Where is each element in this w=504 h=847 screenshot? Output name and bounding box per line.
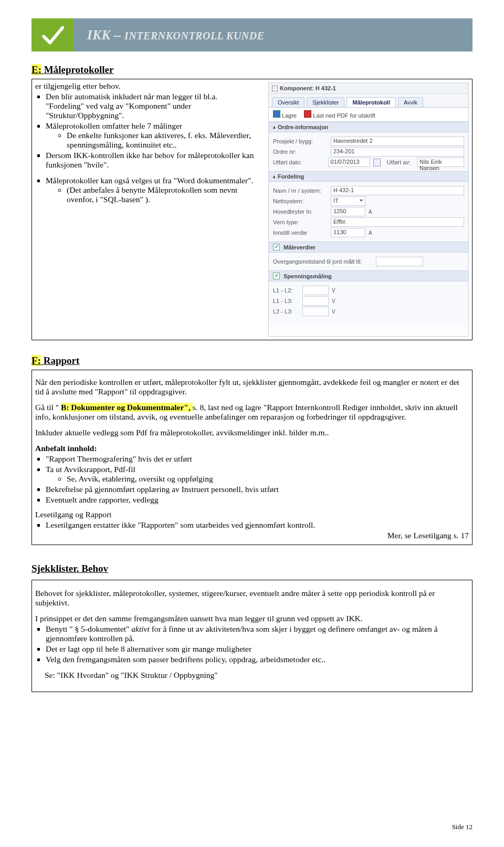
hovedbryter-unit: A [369, 209, 372, 215]
app-toolbar: Lagre Last ned PDF for utskrift [269, 107, 468, 122]
utfortav-input[interactable]: Nils Eirik Nansen [417, 158, 464, 167]
calendar-icon[interactable] [373, 159, 381, 166]
section-maleverdier-header[interactable]: ✓ Måleverdier [269, 242, 468, 253]
tab-oversikt[interactable]: Oversikt [272, 97, 304, 107]
section-spenning-header[interactable]: ✓ Spenningsmåling [269, 270, 468, 281]
list-item: Måleprotokoller kan også velges ut fra "… [46, 176, 257, 204]
verntype-input[interactable]: Effbr. [331, 217, 464, 227]
sjekk-p2: I prinsippet er det den samme fremgangsm… [35, 614, 469, 623]
section-e-list2: Måleprotokoller kan også velges ut fra "… [46, 176, 257, 204]
sjekk-p1: Behovet for sjekklister, måleprotokoller… [35, 589, 469, 608]
section-maleverdier: Overgangsmotstand til jord målt til: [269, 253, 468, 270]
section-f-heading: F: Rapport [32, 355, 472, 367]
sub-item: De enkelte funksjoner kan aktiveres, f. … [67, 131, 257, 150]
section-ordre: Prosjekt / bygg: Havnestredet 2 Ordre nr… [269, 132, 468, 171]
checkmark-icon [32, 18, 74, 51]
sjekklister-box: Behovet for sjekklister, måleprotokoller… [32, 580, 472, 692]
list-item: Det er lagt opp til hele 8 alternativer … [46, 644, 469, 654]
banner: IKK – internkontroll kunde [32, 18, 472, 51]
pdf-label: Last ned PDF for utskrift [313, 112, 375, 119]
sjekk-b1-em: aktivt [131, 624, 149, 633]
list-item: Lesetilgangen erstatter ikke "Rapporten"… [46, 520, 469, 530]
ordrenr-input[interactable]: 234-201 [331, 147, 464, 156]
utfortdato-input[interactable]: 01/07/2013 [328, 158, 370, 167]
spenning-checkbox[interactable]: ✓ [273, 273, 280, 279]
tab-maleprotokoll[interactable]: Måleprotokoll [346, 97, 396, 107]
overgang-label: Overgangsmotstand til jord målt til: [273, 258, 373, 265]
chevron-up-icon: ▴ [273, 124, 276, 130]
list-item: Eventuelt andre rapporter, vedlegg [46, 495, 469, 505]
section-fordeling-label: Fordeling [278, 173, 304, 180]
section-e-left: er tilgjengelig etter behov. Den blir au… [33, 80, 260, 339]
banner-prefix: IKK – [87, 28, 124, 42]
disk-icon [273, 110, 280, 118]
section-e-intro: er tilgjengelig etter behov. [35, 81, 257, 91]
l2l3-input[interactable] [302, 307, 329, 316]
tabs: Oversikt Sjekklister Måleprotokoll Avvik [269, 94, 468, 107]
pdf-icon [304, 110, 311, 118]
prosjekt-label: Prosjekt / bygg: [273, 138, 328, 144]
nettsystem-select[interactable]: IT [331, 196, 365, 206]
prosjekt-input[interactable]: Havnestredet 2 [331, 137, 464, 146]
lesetilgang-list: Lesetilgangen erstatter ikke "Rapporten"… [46, 520, 469, 530]
utfortdato-label: Utført dato: [273, 159, 325, 165]
section-e-heading: E: Måleprotokoller [32, 64, 472, 76]
anbefalt-heading: Anbefalt innhold: [35, 444, 469, 453]
section-fordeling-header[interactable]: ▴ Fordeling [269, 171, 468, 182]
l1l3-input[interactable] [302, 296, 329, 306]
f-p2-pre: Gå til " [35, 403, 61, 412]
section-f-letter: F: [32, 355, 41, 366]
hovedbryter-input[interactable]: 1250 [331, 207, 365, 216]
section-ordre-label: Ordre-informasjon [278, 124, 329, 130]
verntype-label: Vern type: [273, 219, 328, 225]
fade [269, 320, 468, 336]
sub-item: Se, Avvik, etablering, oversikt og oppfø… [67, 474, 469, 484]
section-spenning: L1 - L2: V L1 - L3: V L2 - L3: V [269, 281, 468, 320]
overgang-input[interactable] [376, 257, 423, 266]
sjekk-list: Benytt " § 5-dokumentet" aktivt for å fi… [46, 624, 469, 664]
section-f-box: Når den periodiske kontrollen er utført,… [32, 370, 472, 545]
l1l2-input[interactable] [302, 286, 329, 295]
anbefalt-list: "Rapport Thermografering" hvis det er ut… [46, 454, 469, 505]
list-item: Benytt " § 5-dokumentet" aktivt for å fi… [46, 624, 469, 643]
download-pdf-button[interactable]: Last ned PDF for utskrift [304, 110, 375, 119]
list-item-text: Måleprotokollen omfatter hele 7 målinger [46, 121, 182, 130]
list-item: Måleprotokollen omfatter hele 7 målinger… [46, 121, 257, 150]
sjekk-se: Se: "IKK Hvordan" og "IKK Struktur / Opp… [35, 671, 469, 680]
l1l2-label: L1 - L2: [273, 287, 299, 294]
tab-sjekklister[interactable]: Sjekklister [307, 97, 344, 107]
section-e-right: − Komponent: H 432-1 Oversikt Sjekkliste… [266, 80, 471, 339]
section-maleverdier-label: Måleverdier [284, 244, 316, 250]
list-item: Den blir automatisk inkludert når man le… [46, 92, 257, 120]
tab-avvik[interactable]: Avvik [398, 97, 423, 107]
maleverdier-checkbox[interactable]: ✓ [273, 244, 280, 250]
utfortav-label: Utført av: [387, 159, 414, 165]
sjekk-b1-pre: Benytt " § 5-dokumentet" [46, 624, 131, 633]
anbefalt-heading-text: Anbefalt innhold: [35, 444, 97, 453]
navn-input[interactable]: H 432-1 [331, 186, 464, 195]
save-button[interactable]: Lagre [273, 110, 297, 119]
section-e-text: Måleprotokoller [44, 64, 114, 75]
hovedbryter-label: Hovedbryter In: [273, 208, 328, 215]
innstilt-unit: A [369, 230, 372, 236]
app-panel: − Komponent: H 432-1 Oversikt Sjekkliste… [268, 82, 469, 337]
app-header: − Komponent: H 432-1 [269, 83, 468, 94]
l1l3-unit: V [332, 298, 335, 304]
component-label: Komponent: H 432-1 [280, 85, 336, 91]
lesetilgang-heading: Lesetilgang og Rapport [35, 510, 469, 519]
collapse-icon[interactable]: − [272, 86, 278, 91]
l2l3-unit: V [332, 309, 335, 315]
section-f-text: Rapport [44, 355, 80, 366]
innstilt-input[interactable]: 1130 [331, 228, 365, 237]
innstilt-label: Innstilt verdie [273, 229, 328, 236]
list-item: Velg den fremgangsmåten som passer bedri… [46, 655, 469, 664]
sjekklister-heading: Sjekklister. Behov [32, 563, 472, 574]
l1l2-unit: V [332, 288, 335, 294]
f-p3: Inkluder aktuelle vedlegg som Pdf fra må… [35, 428, 469, 437]
list-item: "Rapport Thermografering" hvis det er ut… [46, 454, 469, 464]
section-fordeling: Navn / nr / system: H 432-1 Nettsystem: … [269, 182, 468, 242]
list-item: Ta ut Avviksrapport, Pdf-fil Se, Avvik, … [46, 465, 469, 484]
chevron-up-icon: ▴ [273, 174, 276, 179]
navn-label: Navn / nr / system: [273, 187, 328, 194]
section-ordre-header[interactable]: ▴ Ordre-informasjon [269, 122, 468, 132]
